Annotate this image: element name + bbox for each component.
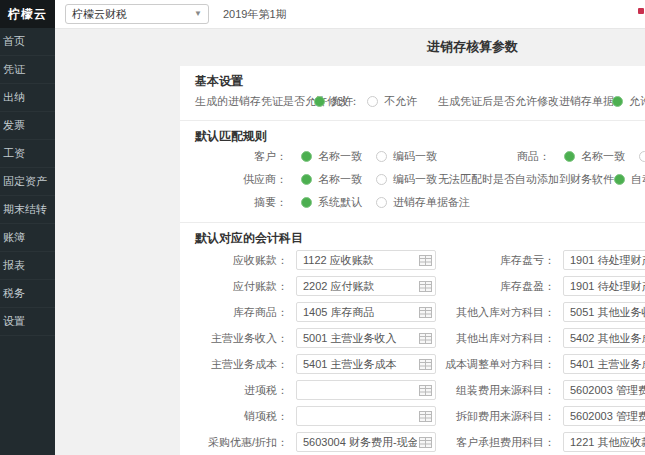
account-value: 5602003 管理费用- — [570, 409, 645, 424]
field-label: 其他出库对方科目： — [400, 331, 555, 346]
account-set-select[interactable]: 柠檬云财税 ▼ — [65, 4, 209, 24]
field-label: 库存商品： — [195, 305, 288, 320]
radio-selected-icon[interactable] — [301, 151, 312, 162]
account-input-assembly-fee[interactable]: 5602003 管理费用- — [563, 380, 645, 400]
radio-selected-icon[interactable] — [614, 174, 625, 185]
section-basic-settings: 基本设置 生成的进销存凭证是否允许修改： 允许 不允许 生成凭证后是否允许修改进… — [180, 66, 645, 121]
account-field-row: 库存商品： 1405 库存商品 其他入库对方科目： 5051 其他业务收入 — [195, 299, 645, 325]
radio-group-auto-add: 无法匹配时是否自动添加到财务软件： 自动添加 — [438, 168, 645, 191]
radio-option-order-note[interactable]: 进销存单据备注 — [376, 195, 470, 210]
account-field-right: 其他入库对方科目： 5051 其他业务收入 — [400, 299, 645, 325]
field-label: 其他入库对方科目： — [400, 305, 555, 320]
radio-unselected-icon[interactable] — [376, 151, 387, 162]
radio-label: 允许 — [629, 94, 645, 109]
radio-option-disallow[interactable]: 不允许 — [367, 94, 417, 109]
account-input-inventory-loss[interactable]: 1901 待处理财产损溢 — [563, 250, 645, 270]
radio-group: 名称一致 编码一致 — [287, 172, 437, 187]
account-input-inventory-gain[interactable]: 1901 待处理财产损溢 — [563, 276, 645, 296]
radio-option-allow[interactable]: 允许 — [612, 94, 645, 109]
radio-option-name-match[interactable]: 名称一致 — [564, 149, 625, 164]
radio-option-code-match[interactable]: 编码一致 — [376, 149, 437, 164]
radio-option-name-match[interactable]: 名称一致 — [301, 172, 362, 187]
radio-unselected-icon[interactable] — [376, 174, 387, 185]
settings-card: 基本设置 生成的进销存凭证是否允许修改： 允许 不允许 生成凭证后是否允许修改进… — [180, 66, 645, 455]
radio-selected-icon[interactable] — [301, 197, 312, 208]
radio-label: 进销存单据备注 — [393, 195, 470, 210]
radio-group-label: 供应商： — [195, 172, 287, 187]
section-heading: 默认匹配规则 — [195, 127, 645, 145]
radio-label: 名称一致 — [581, 149, 625, 164]
section-matching-rules: 默认匹配规则 客户： 名称一致 编码一致 商品： 名称一致 — [180, 121, 645, 223]
top-bar: 柠檬云财税 ▼ 2019年第1期 — [55, 0, 645, 29]
radio-group-label: 生成凭证后是否允许修改进销存单据： — [438, 94, 598, 109]
sidebar-item-invoice[interactable]: 发票 — [0, 112, 55, 140]
account-input-other-outbound[interactable]: 5402 其他业务成本 — [563, 328, 645, 348]
basic-settings-row: 生成的进销存凭证是否允许修改： 允许 不允许 生成凭证后是否允许修改进销存单据：… — [195, 90, 645, 112]
app-logo: 柠檬云 — [0, 0, 55, 28]
chevron-down-icon: ▼ — [194, 10, 202, 18]
radio-group: 名称一致 编码一致 — [287, 149, 437, 164]
field-label: 客户承担费用科目： — [400, 435, 555, 450]
radio-unselected-icon[interactable] — [376, 197, 387, 208]
sidebar-item-period-end[interactable]: 期末结转 — [0, 196, 55, 224]
sidebar-item-reports[interactable]: 报表 — [0, 252, 55, 280]
radio-option-code-match[interactable]: 编码一致 — [376, 172, 437, 187]
period-label: 2019年第1期 — [223, 7, 287, 22]
radio-option-allow[interactable]: 允许 — [314, 94, 353, 109]
page-title: 进销存核算参数 — [180, 38, 645, 56]
sidebar-item-fixed-assets[interactable]: 固定资产 — [0, 168, 55, 196]
section-default-accounts: 默认对应的会计科目 应收账款： 1122 应收账款 库存盘亏： 1901 待处理… — [180, 223, 645, 455]
section-heading: 基本设置 — [195, 72, 645, 90]
radio-label: 自动添加 — [631, 172, 645, 187]
radio-option-name-match[interactable]: 名称一致 — [301, 149, 362, 164]
account-input-customer-borne-fee[interactable]: 1221 其他应收款 — [563, 432, 645, 452]
radio-option-code-match[interactable]: 编码一致 — [639, 149, 645, 164]
account-value: 1221 其他应收款 — [570, 435, 645, 450]
sidebar: 首页 凭证 出纳 发票 工资 固定资产 期末结转 账簿 报表 税务 设置 — [0, 28, 55, 455]
account-input-disassembly-fee[interactable]: 5602003 管理费用- — [563, 406, 645, 426]
radio-group-label: 无法匹配时是否自动添加到财务软件： — [438, 172, 600, 187]
field-label: 库存盘盈： — [400, 279, 555, 294]
account-input-other-inbound[interactable]: 5051 其他业务收入 — [563, 302, 645, 322]
radio-group-label: 客户： — [195, 149, 287, 164]
radio-label: 允许 — [331, 94, 353, 109]
account-field-row: 进项税： 组装费用来源科目： 5602003 管理费用- — [195, 377, 645, 403]
field-label: 销项税： — [195, 409, 288, 424]
sidebar-item-home[interactable]: 首页 — [0, 28, 55, 56]
sidebar-item-cashier[interactable]: 出纳 — [0, 84, 55, 112]
notification-badge[interactable] — [638, 8, 644, 14]
field-label: 主营业务收入： — [195, 331, 288, 346]
field-label: 进项税： — [195, 383, 288, 398]
sidebar-item-tax[interactable]: 税务 — [0, 280, 55, 308]
radio-label: 名称一致 — [318, 149, 362, 164]
account-input-cost-adjust[interactable]: 5401 主营业务成本 — [563, 354, 645, 374]
sidebar-item-settings[interactable]: 设置 — [0, 308, 55, 336]
field-label: 成本调整单对方科目： — [400, 357, 555, 372]
account-value: 5402 其他业务成本 — [570, 331, 645, 346]
radio-option-system-default[interactable]: 系统默认 — [301, 195, 362, 210]
sidebar-item-salary[interactable]: 工资 — [0, 140, 55, 168]
radio-group-right: 生成凭证后是否允许修改进销存单据： 允许 — [438, 90, 645, 112]
radio-group-label: 商品： — [438, 149, 550, 164]
radio-label: 编码一致 — [393, 172, 437, 187]
radio-unselected-icon[interactable] — [639, 151, 645, 162]
sidebar-item-ledger[interactable]: 账簿 — [0, 224, 55, 252]
field-label: 应收账款： — [195, 253, 288, 268]
account-field-right: 成本调整单对方科目： 5401 主营业务成本 — [400, 351, 645, 377]
account-field-right: 客户承担费用科目： 1221 其他应收款 — [400, 429, 645, 455]
account-field-row: 销项税： 拆卸费用来源科目： 5602003 管理费用- — [195, 403, 645, 429]
radio-option-auto-add[interactable]: 自动添加 — [614, 172, 645, 187]
radio-selected-icon[interactable] — [564, 151, 575, 162]
account-field-right: 其他出库对方科目： 5402 其他业务成本 — [400, 325, 645, 351]
field-label: 应付账款： — [195, 279, 288, 294]
radio-unselected-icon[interactable] — [367, 96, 378, 107]
field-label: 主营业务成本： — [195, 357, 288, 372]
matching-row-supplier: 供应商： 名称一致 编码一致 无法匹配时是否自动添加到财务软件： 自动添加 — [195, 168, 645, 191]
account-set-value: 柠檬云财税 — [72, 7, 127, 22]
radio-selected-icon[interactable] — [612, 96, 623, 107]
radio-selected-icon[interactable] — [301, 174, 312, 185]
radio-selected-icon[interactable] — [314, 96, 325, 107]
section-heading: 默认对应的会计科目 — [195, 229, 645, 247]
radio-group-label: 生成的进销存凭证是否允许修改： — [195, 94, 300, 109]
sidebar-item-voucher[interactable]: 凭证 — [0, 56, 55, 84]
